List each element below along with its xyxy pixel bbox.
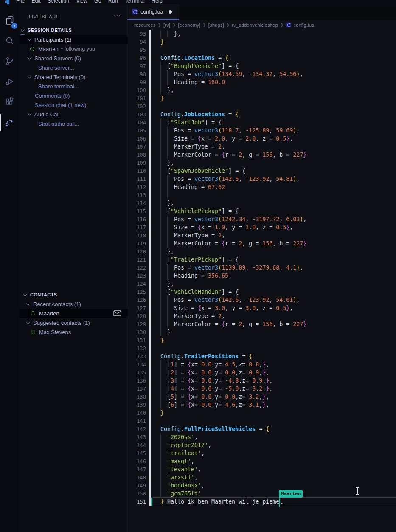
menu-help[interactable]: Help [148,0,166,4]
code-text[interactable]: }, [160,199,174,207]
line-number[interactable]: 110 [127,168,146,174]
line-number[interactable]: 127 [127,305,146,311]
code-text[interactable]: Pos = vector3(1242.34, -3197.72, 6.03), [160,215,306,223]
code-line-119[interactable]: 119 MarkerColor = {r = 2, g = 156, b = 2… [127,239,396,248]
line-number[interactable]: 117 [127,225,146,231]
line-number[interactable]: 99 [127,79,146,85]
line-number[interactable]: 108 [127,152,146,158]
sidebar-item-share-server[interactable]: Share server... [19,63,127,72]
code-text[interactable]: Pos = vector3(118.7, -125.89, 59.69), [160,127,300,135]
line-number[interactable]: 151 [127,499,146,505]
code-line-97[interactable]: 97 ["BoughtVehicle"] = { [127,62,396,70]
line-number[interactable]: 132 [127,346,146,352]
code-text[interactable]: ["StartJob"] = { [160,118,222,127]
search-icon[interactable] [0,31,19,51]
breadcrumb-item[interactable]: rv_addonvehicleshop [232,23,278,28]
line-number[interactable]: 129 [127,321,146,327]
code-text[interactable]: ["BoughtVehicle"] = { [160,62,239,70]
line-number[interactable]: 113 [127,192,146,198]
editor[interactable]: 93 },94}9596Config.Locations = {97 ["Bou… [127,30,396,532]
code-text[interactable]: } [160,38,164,46]
sidebar-item-shared-terminals-0[interactable]: Shared Terminals (0) [19,72,127,82]
code-line-121[interactable]: 121 ["TrailerPickup"] = { [127,256,396,264]
sidebar-item-audio-call[interactable]: Audio Call [19,110,127,119]
code-line-141[interactable]: 141 [127,417,396,425]
code-line-139[interactable]: 139 [6] = {x= 0.0,y= 4.6,z= 3.1,}, [127,401,396,409]
code-line-146[interactable]: 146 'masgt', [127,457,396,465]
code-text[interactable]: [3] = {x= 0.0,y= -4.8,z= 0.9,}, [160,377,272,385]
line-number[interactable]: 121 [127,257,146,263]
menu-selection[interactable]: Selection [44,0,73,4]
code-line-112[interactable]: 112 Heading = 67.62 [127,183,396,191]
line-number[interactable]: 95 [127,47,146,53]
line-number[interactable]: 112 [127,184,146,190]
code-text[interactable]: 'masgt', [160,457,194,465]
code-text[interactable]: Heading = 356.65, [160,272,232,280]
code-line-140[interactable]: 140} [127,409,396,417]
code-line-108[interactable]: 108 MarkerColor = {r = 2, g = 156, b = 2… [127,151,396,159]
code-text[interactable]: 'levante', [160,465,201,473]
code-line-110[interactable]: 110 ["SpawnJobVehicle"] = { [127,167,396,175]
code-text[interactable]: Config.JobLocations = { [160,110,239,118]
line-number[interactable]: 131 [127,338,146,343]
line-number[interactable]: 140 [127,410,146,416]
run-debug-icon[interactable] [0,71,19,92]
code-text[interactable]: Size = {x = 3.0, y = 3.0, z = 0.5}, [160,304,293,312]
menu-run[interactable]: Run [105,0,121,4]
sidebar-item-participants-1[interactable]: Participants (1) [19,35,127,44]
code-line-101[interactable]: 101} [127,94,396,102]
code-line-107[interactable]: 107 MarkerType = 2, [127,143,396,151]
line-number[interactable]: 148 [127,475,146,481]
code-line-104[interactable]: 104 ["StartJob"] = { [127,118,396,127]
contacts-header[interactable]: CONTACTS [19,290,127,299]
code-text[interactable]: 'wrxsti', [160,473,198,481]
code-line-103[interactable]: 103Config.JobLocations = { [127,110,396,118]
code-line-133[interactable]: 133Config.TrailerPositions = { [127,352,396,360]
line-number[interactable]: 96 [127,55,146,61]
code-line-149[interactable]: 149 'hondansx', [127,481,396,490]
line-number[interactable]: 145 [127,450,146,456]
code-text[interactable]: Config.Locations = { [160,54,228,62]
code-text[interactable]: '2020ss', [160,433,198,441]
tab-config-lua[interactable]: config.lua [127,4,179,20]
breadcrumb-item[interactable]: resources [134,23,156,28]
code-text[interactable]: ["VehiclePickup"] = { [160,207,239,215]
line-number[interactable]: 139 [127,402,146,408]
line-number[interactable]: 137 [127,386,146,392]
breadcrumb-item[interactable]: config.lua [286,22,314,28]
code-text[interactable]: MarkerType = 2, [160,312,225,320]
line-number[interactable]: 142 [127,426,146,432]
more-actions-icon[interactable]: ··· [114,12,121,19]
code-line-113[interactable]: 113 [127,191,396,199]
breadcrumb-item[interactable]: [rv] [163,23,170,28]
code-line-135[interactable]: 135 [2] = {x= 0.0,y= 0.0,z= 0.9,}, [127,369,396,377]
code-line-93[interactable]: 93 }, [127,30,396,38]
code-text[interactable]: }, [160,30,181,38]
code-line-123[interactable]: 123 Heading = 356.65, [127,272,396,280]
code-line-142[interactable]: 142Config.FullPriceSellVehicles = { [127,425,396,433]
extensions-icon[interactable] [0,92,19,112]
code-line-148[interactable]: 148 'wrxsti', [127,473,396,481]
code-text[interactable]: [1] = {x= 0.0,y= 4.5,z= 0.8,}, [160,360,269,369]
code-text[interactable]: MarkerType = 2, [160,231,225,239]
code-text[interactable]: } [160,409,164,417]
code-line-125[interactable]: 125 ["VehicleHandIn"] = { [127,288,396,296]
code-text[interactable]: 'gcm765lt' [160,490,201,498]
line-number[interactable]: 135 [127,370,146,376]
line-number[interactable]: 104 [127,120,146,126]
line-number[interactable]: 106 [127,136,146,142]
line-number[interactable]: 119 [127,241,146,247]
sidebar-item-comments-0[interactable]: Comments (0) [19,91,127,100]
code-line-117[interactable]: 117 Size = {x = 1.0, y = 1.0, z = 0.5}, [127,223,396,231]
line-number[interactable]: 138 [127,394,146,400]
code-text[interactable]: ["TrailerPickup"] = { [160,256,239,264]
line-number[interactable]: 118 [127,233,146,239]
code-text[interactable]: 'trailcat', [160,449,205,457]
code-line-145[interactable]: 145 'trailcat', [127,449,396,457]
code-line-99[interactable]: 99 Heading = 160.0 [127,78,396,86]
code-text[interactable]: MarkerColor = {r = 2, g = 156, b = 227} [160,239,306,248]
line-number[interactable]: 128 [127,313,146,319]
code-line-94[interactable]: 94} [127,38,396,46]
code-text[interactable]: Pos = vector3(142.6, -123.92, 54.01), [160,296,300,304]
code-text[interactable]: [6] = {x= 0.0,y= 4.6,z= 3.1,}, [160,401,269,409]
